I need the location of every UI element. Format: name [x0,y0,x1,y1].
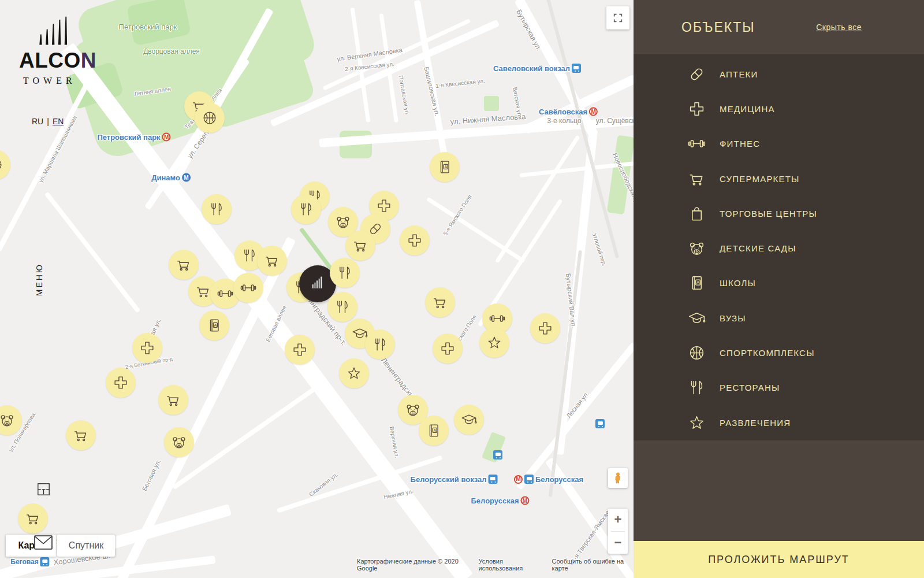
sidebar-item-book[interactable]: ШКОЛЫ [634,266,924,301]
hide-all-link[interactable]: Скрыть все [816,23,862,32]
map-label: ул. Нижняя Масловка [450,112,526,126]
map-marker-basketball[interactable] [0,150,10,180]
map-marker-cap[interactable] [454,405,484,435]
route-button[interactable]: ПРОЛОЖИТЬ МАРШРУТ [634,541,924,578]
map-marker-cart[interactable] [425,287,455,317]
bear-icon [404,401,422,418]
map-marker-restaurant[interactable] [330,258,360,288]
sidebar-item-label: РЕСТОРАНЫ [720,383,780,392]
map-marker-cart[interactable] [257,246,287,276]
map-marker-basketball[interactable] [195,103,225,133]
map-marker-cross[interactable] [433,334,463,364]
zoom-out-button[interactable]: − [608,532,628,554]
sidebar-item-restaurant[interactable]: РЕСТОРАНЫ [634,370,924,405]
book-icon [436,158,453,176]
fullscreen-button[interactable] [606,6,629,29]
map-label: Верхняя ул. [389,426,400,458]
map-marker-cart[interactable] [158,385,188,415]
metro-icon: М [514,475,523,484]
sidebar-header: ОБЪЕКТЫ Скрыть все [634,0,924,54]
fullscreen-icon [612,12,624,24]
map-marker-cross[interactable] [285,335,315,365]
train-icon [524,475,534,484]
cross-icon [112,374,129,391]
sidebar-item-cross[interactable]: МЕДИЦИНА [634,91,924,126]
sidebar-item-cart[interactable]: СУПЕРМАРКЕТЫ [634,161,924,196]
attribution-text: Картографические данные © 2020 Google [357,558,470,572]
map-label: 1-я Квесисская ул. [435,77,486,89]
menu-button[interactable]: МЕНЮ [35,263,44,296]
map-marker-cross[interactable] [132,333,162,363]
map-marker-book[interactable] [419,416,449,446]
basketball-icon [201,109,218,127]
sidebar-item-label: СУПЕРМАРКЕТЫ [720,174,800,184]
map-marker-restaurant[interactable] [365,329,395,360]
bag-icon [685,204,708,223]
map-type-satellite-button[interactable]: Спутник [57,535,115,557]
cart-icon [263,252,281,269]
sidebar-item-label: РАЗВЛЕЧЕНИЯ [720,418,791,428]
sidebar-item-bear[interactable]: ДЕТСКИЕ САДЫ [634,231,924,265]
road [44,192,140,313]
map-marker-restaurant[interactable] [327,292,357,322]
bear-icon [0,412,16,429]
map-marker-cart[interactable] [345,231,375,261]
map-marker-restaurant[interactable] [291,194,321,224]
dumbbell-icon [217,285,234,302]
map-marker-cross[interactable] [400,225,430,255]
sidebar-item-label: МЕДИЦИНА [720,104,775,114]
map-label: Полтавская ул. [397,75,411,116]
sidebar-item-pill[interactable]: АПТЕКИ [634,57,924,91]
map-label: ул. Сущёвский Вал [596,117,634,125]
pegman-button[interactable] [608,468,628,488]
map-marker-dumbbell[interactable] [233,273,263,303]
sidebar-item-basketball[interactable]: СПОРТКОМПЛЕКСЫ [634,335,924,370]
sidebar-item-label: ДЕТСКИЕ САДЫ [720,243,796,253]
zoom-in-button[interactable]: + [608,509,628,531]
map-marker-cart[interactable] [66,420,96,450]
road [426,197,526,264]
map-label: БелорусскаяМ [471,497,529,505]
park-area [484,96,499,111]
lang-en[interactable]: EN [53,117,64,126]
lang-ru[interactable]: RU [32,117,43,126]
cart-icon [175,256,192,273]
map-marker-restaurant[interactable] [202,194,232,224]
sidebar-item-label: ТОРГОВЫЕ ЦЕНТРЫ [720,209,817,218]
attribution-link[interactable]: Условия использования [479,558,543,572]
map-marker-bear[interactable] [164,427,194,457]
train-icon [572,64,581,73]
logo-title: ALCON [19,50,74,71]
logo-bars-icon [35,16,69,46]
map-marker-cart[interactable] [169,250,199,280]
park-area [607,135,634,215]
map-marker-star[interactable] [339,358,369,388]
map-marker-book[interactable] [199,310,229,340]
map-canvas[interactable]: Петровский паркДворцовая аллеяЛетняя алл… [0,0,634,578]
map-marker-book[interactable] [430,152,460,182]
telegram-icon[interactable] [36,481,51,497]
cart-icon [72,427,90,444]
map-label: Беговая [10,557,49,566]
cross-icon [375,197,393,214]
map-label: СавёловскаяМ [539,108,598,116]
map-label: ДинамоМ [151,173,191,182]
map-label-text: Белорусская [471,497,519,505]
alcon-logo[interactable]: ALCON TOWER [19,16,74,86]
attribution-link[interactable]: Сообщить об ошибке на карте [552,558,634,572]
map-marker-cross[interactable] [106,368,136,398]
sidebar-item-dumbbell[interactable]: ФИТНЕС [634,127,924,161]
map-marker-cart[interactable] [18,503,48,533]
map-marker-star[interactable] [479,328,509,358]
road [549,250,582,498]
transit-badge [493,450,502,460]
sidebar-item-bag[interactable]: ТОРГОВЫЕ ЦЕНТРЫ [634,196,924,231]
sidebar-item-cap[interactable]: ВУЗЫ [634,301,924,335]
sidebar-item-star[interactable]: РАЗВЛЕЧЕНИЯ [634,405,924,440]
map-marker-cross[interactable] [530,313,560,343]
cross-icon [291,341,308,358]
road [59,43,473,578]
mail-icon[interactable] [33,535,53,550]
cart-icon [352,237,369,254]
cart-icon [165,391,182,409]
